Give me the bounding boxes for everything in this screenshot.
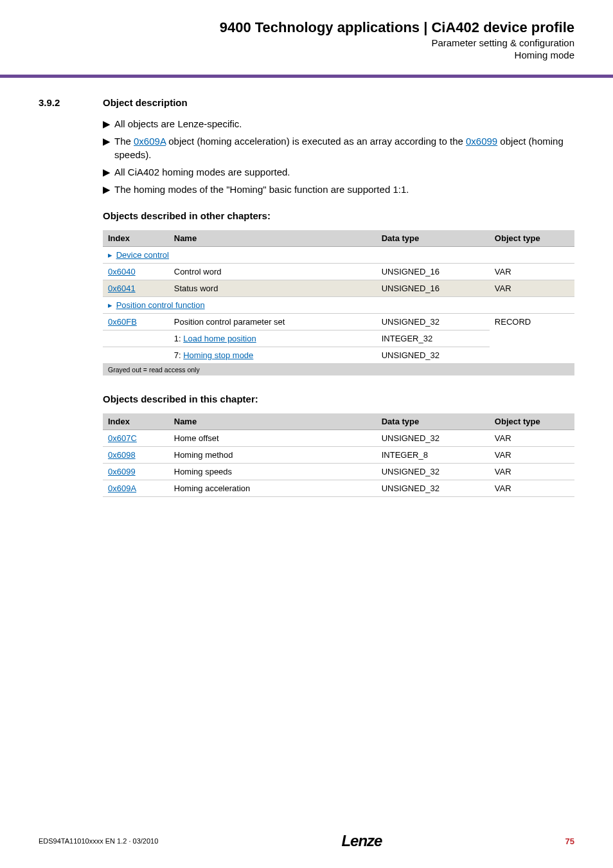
- page-header: 9400 Technology applications | CiA402 de…: [0, 0, 613, 67]
- link-0x6099[interactable]: 0x6099: [466, 136, 497, 147]
- table-header-row: Index Name Data type Object type: [103, 413, 574, 430]
- bullet-item: ▶ All CiA402 homing modes are supported.: [103, 165, 574, 179]
- th-dtype: Data type: [377, 413, 490, 430]
- header-title: 9400 Technology applications | CiA402 de…: [39, 19, 574, 36]
- bullet-item: ▶ All objects are Lenze-specific.: [103, 117, 574, 131]
- cell-dtype: UNSIGNED_16: [377, 280, 490, 297]
- cell-name: Homing acceleration: [169, 480, 377, 497]
- bullet-item: ▶ The 0x609A object (homing acceleration…: [103, 134, 574, 161]
- subsection-heading-other: Objects described in other chapters:: [103, 210, 574, 221]
- cell-dtype: UNSIGNED_32: [377, 480, 490, 497]
- th-otype: Object type: [490, 230, 574, 247]
- cell-name: Homing speeds: [169, 464, 377, 480]
- cell-otype: VAR: [490, 464, 574, 480]
- content-area: 3.9.2 Object description ▶ All objects a…: [0, 78, 613, 497]
- subsection-heading-this: Objects described in this chapter:: [103, 393, 574, 404]
- table-row: 0x6098 Homing method INTEGER_8 VAR: [103, 447, 574, 464]
- cell-name: Control word: [169, 264, 377, 280]
- cell-name: Status word: [169, 280, 377, 297]
- table-row: 0x607C Home offset UNSIGNED_32 VAR: [103, 430, 574, 447]
- link-0x6099[interactable]: 0x6099: [108, 467, 136, 476]
- link-0x607C[interactable]: 0x607C: [108, 433, 137, 443]
- link-homing-stop-mode[interactable]: Homing stop mode: [183, 350, 253, 360]
- bullet-text: The 0x609A object (homing acceleration) …: [114, 134, 574, 161]
- cell-name: 1: Load home position: [169, 330, 377, 347]
- cell-dtype: INTEGER_8: [377, 447, 490, 464]
- table-row-readonly: 0x6041 Status word UNSIGNED_16 VAR: [103, 280, 574, 297]
- cell-name: Position control parameter set: [169, 314, 377, 330]
- link-0x6098[interactable]: 0x6098: [108, 450, 136, 460]
- link-0x609A[interactable]: 0x609A: [108, 484, 136, 493]
- table-other-chapters: Index Name Data type Object type ▸ Devic…: [103, 230, 574, 364]
- cell-otype: RECORD: [490, 314, 574, 364]
- bullet-text: All objects are Lenze-specific.: [114, 117, 242, 131]
- section-heading-row: 3.9.2 Object description: [39, 97, 574, 108]
- cell-dtype: UNSIGNED_32: [377, 314, 490, 330]
- th-name: Name: [169, 413, 377, 430]
- page-number: 75: [565, 836, 574, 846]
- cell-name: 7: Homing stop mode: [169, 347, 377, 364]
- th-index: Index: [103, 230, 169, 247]
- cell-name: Homing method: [169, 447, 377, 464]
- link-load-home-position[interactable]: Load home position: [183, 334, 256, 343]
- header-subtitle-2: Homing mode: [39, 50, 574, 60]
- caret-right-icon: ▸: [108, 300, 112, 310]
- page-footer: EDS94TA11010xxxx EN 1.2 · 03/2010 Lenze …: [0, 832, 613, 850]
- table-group-row: ▸ Position control function: [103, 297, 574, 314]
- bullet-item: ▶ The homing modes of the "Homing" basic…: [103, 183, 574, 196]
- section-title: Object description: [103, 97, 188, 108]
- table-group-row: ▸ Device control: [103, 247, 574, 264]
- link-device-control[interactable]: Device control: [116, 250, 169, 260]
- section-number: 3.9.2: [39, 97, 103, 108]
- caret-right-icon: ▸: [108, 250, 112, 260]
- footer-doc-id: EDS94TA11010xxxx EN 1.2 · 03/2010: [39, 837, 158, 845]
- cell-dtype: UNSIGNED_32: [377, 430, 490, 447]
- th-name: Name: [169, 230, 377, 247]
- bullet-list: ▶ All objects are Lenze-specific. ▶ The …: [103, 117, 574, 196]
- triangle-right-icon: ▶: [103, 165, 114, 179]
- table-row: 0x6099 Homing speeds UNSIGNED_32 VAR: [103, 464, 574, 480]
- triangle-right-icon: ▶: [103, 134, 114, 161]
- th-index: Index: [103, 413, 169, 430]
- header-subtitle-1: Parameter setting & configuration: [39, 37, 574, 48]
- cell-otype: VAR: [490, 264, 574, 280]
- cell-otype: VAR: [490, 280, 574, 297]
- link-0x60FB[interactable]: 0x60FB: [108, 317, 137, 327]
- bullet-text: The homing modes of the "Homing" basic f…: [114, 183, 409, 196]
- link-0x6041[interactable]: 0x6041: [108, 284, 136, 293]
- lenze-logo: Lenze: [341, 832, 382, 850]
- th-dtype: Data type: [377, 230, 490, 247]
- table-header-row: Index Name Data type Object type: [103, 230, 574, 247]
- link-position-control-function[interactable]: Position control function: [116, 300, 205, 310]
- table-row: 0x60FB Position control parameter set UN…: [103, 314, 574, 330]
- table-row: 0x609A Homing acceleration UNSIGNED_32 V…: [103, 480, 574, 497]
- cell-otype: VAR: [490, 430, 574, 447]
- cell-empty: [103, 330, 169, 347]
- cell-dtype: UNSIGNED_32: [377, 347, 490, 364]
- cell-dtype: UNSIGNED_16: [377, 264, 490, 280]
- cell-name: Home offset: [169, 430, 377, 447]
- cell-otype: VAR: [490, 447, 574, 464]
- cell-empty: [103, 347, 169, 364]
- triangle-right-icon: ▶: [103, 183, 114, 196]
- cell-dtype: INTEGER_32: [377, 330, 490, 347]
- bullet-text: All CiA402 homing modes are supported.: [114, 165, 290, 179]
- cell-dtype: UNSIGNED_32: [377, 464, 490, 480]
- triangle-right-icon: ▶: [103, 117, 114, 131]
- table-footnote: Grayed out = read access only: [103, 364, 574, 375]
- link-0x609A[interactable]: 0x609A: [134, 136, 166, 147]
- cell-otype: VAR: [490, 480, 574, 497]
- table-this-chapter: Index Name Data type Object type 0x607C …: [103, 413, 574, 497]
- th-otype: Object type: [490, 413, 574, 430]
- link-0x6040[interactable]: 0x6040: [108, 267, 136, 276]
- table-row: 0x6040 Control word UNSIGNED_16 VAR: [103, 264, 574, 280]
